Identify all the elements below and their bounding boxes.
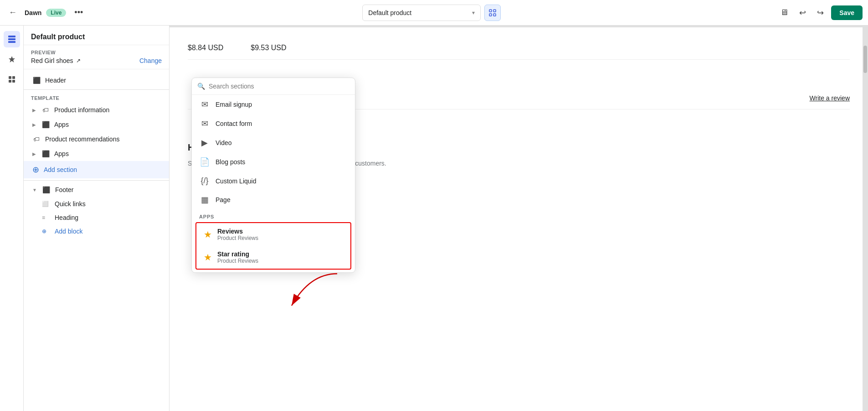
more-button[interactable]: ••• xyxy=(71,6,87,19)
add-section-label: Add section xyxy=(44,166,77,173)
sidebar-item-heading[interactable]: ≡ Heading xyxy=(24,211,169,224)
plus-icon: ⊕ xyxy=(32,165,39,175)
apps1-icon: ⬛ xyxy=(41,121,50,128)
apps-highlighted-box: ★ Reviews Product Reviews ★ Star rating … xyxy=(195,222,351,270)
dropdown-item-contact-label: Contact form xyxy=(216,120,252,127)
dropdown-item-liquid-label: Custom Liquid xyxy=(216,177,257,185)
dropdown-item-video-label: Video xyxy=(216,139,232,146)
topbar-center: Default product ▾ xyxy=(92,5,771,21)
preview-selector[interactable]: Default product ▾ xyxy=(362,5,481,21)
svg-rect-7 xyxy=(9,76,11,79)
svg-rect-3 xyxy=(493,14,496,16)
app-item-reviews[interactable]: ★ Reviews Product Reviews xyxy=(196,223,350,246)
dropdown-item-custom-liquid[interactable]: {/} Custom Liquid xyxy=(192,172,355,190)
star-icon-rating: ★ xyxy=(204,252,212,263)
sidebar-icon-add[interactable] xyxy=(4,71,20,88)
sidebar-item-product-reco[interactable]: 🏷 Product recommendations xyxy=(24,132,169,146)
dropdown-item-blog-posts[interactable]: 📄 Blog posts xyxy=(192,152,355,172)
sidebar-item-footer[interactable]: ▼ ⬛ Footer xyxy=(24,182,169,197)
video-icon: ▶ xyxy=(199,138,210,148)
save-button[interactable]: Save xyxy=(831,5,863,20)
add-section-button[interactable]: ⊕ Add section xyxy=(24,161,169,178)
search-box: 🔍 xyxy=(192,78,355,95)
theme-name: Dawn xyxy=(25,9,41,16)
change-link[interactable]: Change xyxy=(139,57,162,64)
apps-section-label: APPS xyxy=(192,209,355,221)
price-row: $8.84 USD $9.53 USD xyxy=(188,36,850,60)
icon-sidebar xyxy=(0,26,24,411)
sidebar-item-footer-label: Footer xyxy=(55,186,162,193)
panel-title: Default product xyxy=(31,33,162,41)
heading-icon: ≡ xyxy=(42,214,50,221)
product-reco-icon: 🏷 xyxy=(32,135,41,143)
preview-section: PREVIEW Red Girl shoes ↗ Change xyxy=(24,45,169,69)
main-layout: Default product PREVIEW Red Girl shoes ↗… xyxy=(0,26,868,411)
back-button[interactable]: ← xyxy=(5,5,20,20)
custom-liquid-icon: {/} xyxy=(199,176,210,186)
chevron-right-icon2: ▶ xyxy=(32,122,36,127)
svg-rect-1 xyxy=(493,10,496,12)
panel-header: Default product xyxy=(24,26,169,45)
topbar-right: 🖥 ↩ ↪ Save xyxy=(776,5,863,20)
app-name-reviews: Reviews xyxy=(217,228,258,235)
sidebar-item-apps2[interactable]: ▶ ⬛ Apps xyxy=(24,146,169,161)
add-section-dropdown: 🔍 ✉ Email signup ✉ Contact form ▶ Video … xyxy=(191,78,355,273)
external-icon: ↗ xyxy=(76,57,81,64)
template-label: TEMPLATE xyxy=(24,92,169,103)
monitor-button[interactable]: 🖥 xyxy=(776,6,792,19)
app-name-star-rating: Star rating xyxy=(217,250,258,258)
sidebar-item-header[interactable]: ⬛ Header xyxy=(24,73,169,88)
svg-rect-4 xyxy=(8,36,15,37)
sections-panel: Default product PREVIEW Red Girl shoes ↗… xyxy=(24,26,169,411)
add-block-icon: ⊕ xyxy=(42,228,50,234)
product-info-icon: 🏷 xyxy=(41,106,50,114)
dropdown-item-contact-form[interactable]: ✉ Contact form xyxy=(192,114,355,133)
write-review-link[interactable]: Write a review xyxy=(810,94,850,102)
sidebar-icon-customize[interactable] xyxy=(4,51,20,68)
svg-rect-0 xyxy=(489,10,492,12)
add-block-label: Add block xyxy=(55,228,82,235)
sidebar-item-product-info-label: Product information xyxy=(54,106,162,114)
dropdown-item-blog-label: Blog posts xyxy=(216,158,245,166)
svg-rect-2 xyxy=(489,14,492,16)
dropdown-item-video[interactable]: ▶ Video xyxy=(192,133,355,152)
preview-selector-value: Default product xyxy=(368,9,411,16)
chevron-right-icon3: ▶ xyxy=(32,151,36,156)
page-icon: ▦ xyxy=(199,195,210,205)
sidebar-item-apps1[interactable]: ▶ ⬛ Apps xyxy=(24,117,169,132)
preview-label: PREVIEW xyxy=(31,50,162,55)
svg-rect-10 xyxy=(12,80,15,83)
preview-value-text: Red Girl shoes xyxy=(31,57,73,64)
search-icon: 🔍 xyxy=(197,83,205,90)
app-item-star-rating-text: Star rating Product Reviews xyxy=(217,250,258,264)
preview-value: Red Girl shoes ↗ Change xyxy=(31,57,162,64)
price-item-1: $8.84 USD xyxy=(188,44,223,52)
sidebar-item-product-info[interactable]: ▶ 🏷 Product information xyxy=(24,103,169,117)
dropdown-item-page[interactable]: ▦ Page xyxy=(192,190,355,209)
sidebar-icon-sections[interactable] xyxy=(4,31,20,47)
live-badge: Live xyxy=(46,9,66,17)
svg-rect-8 xyxy=(12,76,15,79)
grid-button[interactable] xyxy=(484,5,501,21)
app-item-star-rating[interactable]: ★ Star rating Product Reviews xyxy=(196,246,350,269)
sidebar-item-quick-links[interactable]: ⬜ Quick links xyxy=(24,197,169,211)
footer-icon: ⬛ xyxy=(42,186,51,193)
dropdown-item-email-signup[interactable]: ✉ Email signup xyxy=(192,95,355,114)
svg-rect-9 xyxy=(9,80,11,83)
preview-scrollbar[interactable] xyxy=(863,27,868,411)
star-icon-reviews: ★ xyxy=(204,229,212,240)
app-item-reviews-text: Reviews Product Reviews xyxy=(217,228,258,241)
redo-button[interactable]: ↪ xyxy=(813,6,827,20)
chevron-right-icon: ▶ xyxy=(32,108,36,113)
quick-links-icon: ⬜ xyxy=(42,201,50,207)
add-block-button[interactable]: ⊕ Add block xyxy=(24,224,169,238)
search-input[interactable] xyxy=(209,83,349,90)
scrollbar-thumb xyxy=(863,46,867,73)
app-sub-star-rating: Product Reviews xyxy=(217,258,258,264)
sidebar-item-header-label: Header xyxy=(45,77,162,84)
sidebar-item-product-reco-label: Product recommendations xyxy=(45,135,162,143)
app-sub-reviews: Product Reviews xyxy=(217,235,258,241)
email-icon: ✉ xyxy=(199,99,210,109)
dropdown-item-page-label: Page xyxy=(216,196,231,203)
undo-button[interactable]: ↩ xyxy=(796,6,810,20)
